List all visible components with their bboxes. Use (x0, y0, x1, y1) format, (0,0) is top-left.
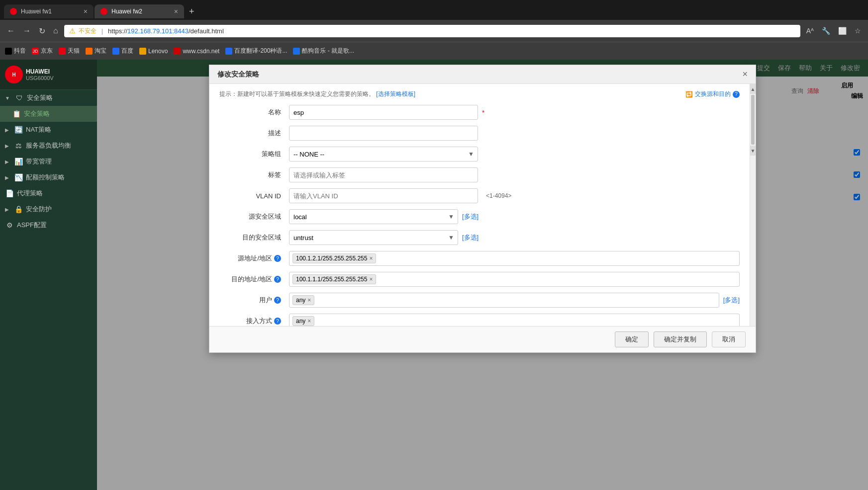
src-addr-help-icon[interactable]: ? (274, 255, 281, 262)
address-bar[interactable]: ⚠ 不安全 | https://192.168.79.101:8443/defa… (64, 25, 800, 37)
src-addr-tag-input[interactable]: 100.1.2.1/255.255.255.255 × (289, 251, 740, 266)
tab-fw1[interactable]: Huawei fw1 × (4, 4, 94, 18)
bookmark-icon-taobao (86, 48, 93, 55)
sidebar: H HUAWEI USG6000V ▼ 🛡 安全策略 📋 安全策略 ▶ 🔄 NA… (0, 60, 97, 490)
form-row-name: 名称 * (219, 104, 740, 120)
form-row-policy-group: 策略组 -- NONE -- ▼ (219, 146, 740, 162)
src-zone-select[interactable]: local untrust trust (289, 209, 458, 224)
sidebar-item-security-policy-group[interactable]: ▼ 🛡 安全策略 (0, 90, 97, 106)
bookmark-jd[interactable]: JD 京东 (32, 47, 53, 55)
bookmark-tianmao[interactable]: 天猫 (59, 47, 80, 55)
access-method-tag-remove[interactable]: × (307, 318, 311, 324)
sidebar-item-server-lb[interactable]: ▶ ⚖ 服务器负载均衡 (0, 138, 97, 154)
access-method-help-icon[interactable]: ? (274, 318, 281, 325)
scroll-down-button[interactable]: ▼ (750, 146, 756, 156)
dialog-scrollbar[interactable]: ▲ ▼ (750, 84, 756, 326)
hint-link[interactable]: [选择策略模板] (376, 90, 415, 97)
huawei-logo-text: H (12, 72, 15, 78)
dialog-overlay: 修改安全策略 × 提示：新建时可以基于策略模板来快速定义您需要的策略。 [选择策… (97, 60, 868, 490)
bookmark-baidufanyi[interactable]: 百度翻译-200种语... (225, 47, 287, 55)
split-view-button[interactable]: ⬜ (836, 25, 849, 37)
content-area: 当前用户： admin 提交 保存 帮助 关于 修改密 查询 清除 启用 编辑 (97, 60, 868, 490)
favorites-button[interactable]: ☆ (853, 25, 863, 37)
sidebar-label-quota: 配额控制策略 (26, 173, 65, 182)
dst-addr-tag-input[interactable]: 100.1.1.1/255.255.255.255 × (289, 272, 740, 287)
reader-mode-button[interactable]: Aᴬ (804, 25, 816, 37)
exchange-src-dst[interactable]: 🔁 交换源和目的 ? (685, 90, 740, 98)
bookmark-icon-tianmao (59, 48, 66, 55)
user-multi-select[interactable]: [多选] (723, 296, 740, 305)
name-input[interactable] (289, 105, 478, 120)
bookmark-taobao[interactable]: 淘宝 (86, 47, 106, 55)
sidebar-item-proxy[interactable]: 📄 代理策略 (0, 185, 97, 201)
home-button[interactable]: ⌂ (51, 24, 60, 37)
sidebar-item-bandwidth[interactable]: ▶ 📊 带宽管理 (0, 154, 97, 169)
sidebar-item-aspf[interactable]: ⚙ ASPF配置 (0, 217, 97, 233)
sidebar-item-security-policy[interactable]: 📋 安全策略 (0, 106, 97, 122)
tab-close-fw1[interactable]: × (84, 7, 88, 15)
vlan-input[interactable] (289, 188, 478, 203)
confirm-button[interactable]: 确定 (615, 331, 649, 347)
bookmark-label-csdn: www.csdn.net (183, 48, 219, 55)
dst-zone-select[interactable]: untrust local trust (289, 230, 458, 245)
sidebar-item-quota[interactable]: ▶ 📉 配额控制策略 (0, 169, 97, 185)
address-text: https://192.168.79.101:8443/default.html (108, 27, 224, 35)
browser-chrome: Huawei fw1 × Huawei fw2 × + ← → ↻ ⌂ ⚠ 不安… (0, 0, 868, 60)
dst-zone-multi-select[interactable]: [多选] (462, 233, 479, 242)
access-method-tag: any × (292, 316, 314, 326)
scroll-up-button[interactable]: ▲ (750, 84, 756, 94)
dst-addr-help-icon[interactable]: ? (274, 276, 281, 283)
bookmark-csdn[interactable]: www.csdn.net (174, 48, 219, 55)
form-row-src-zone: 源安全区域 local untrust trust ▼ (219, 209, 740, 225)
back-button[interactable]: ← (5, 24, 17, 37)
bookmark-icon-lenovo (139, 48, 146, 55)
src-addr-field: 100.1.2.1/255.255.255.255 × (289, 251, 740, 266)
src-addr-tag-label: 100.1.2.1/255.255.255.255 (296, 255, 367, 262)
sidebar-item-security-protect[interactable]: ▶ 🔒 安全防护 (0, 201, 97, 217)
sidebar-label-protect: 安全防护 (26, 205, 52, 214)
extensions-button[interactable]: 🔧 (820, 25, 832, 37)
dialog-header: 修改安全策略 × (209, 65, 756, 84)
user-tag-input[interactable]: any × (289, 293, 719, 308)
form-row-src-addr: 源地址/地区 ? 100.1.2.1/255.255.255.255 × (219, 250, 740, 266)
exchange-help-icon[interactable]: ? (733, 91, 740, 98)
form-row-vlan: VLAN ID <1-4094> (219, 188, 740, 204)
sidebar-label-bandwidth: 带宽管理 (26, 157, 52, 166)
bookmark-label-tianmao: 天猫 (68, 47, 80, 55)
expand-icon-security: ▼ (5, 95, 10, 101)
scroll-thumb[interactable] (751, 95, 755, 145)
new-tab-button[interactable]: + (189, 6, 194, 17)
policy-group-select[interactable]: -- NONE -- (289, 147, 478, 162)
bookmark-baidu[interactable]: 百度 (112, 47, 133, 55)
dialog-title: 修改安全策略 (217, 70, 259, 79)
tag-input[interactable] (289, 167, 478, 182)
confirm-copy-button[interactable]: 确定并复制 (654, 331, 707, 347)
access-method-tag-input[interactable]: any × (289, 314, 740, 326)
dst-addr-tag-remove[interactable]: × (369, 276, 373, 282)
expand-icon-protect: ▶ (5, 207, 9, 212)
sidebar-label-nat: NAT策略 (26, 125, 51, 134)
sidebar-icon-security: 🛡 (15, 93, 24, 102)
desc-input[interactable] (289, 126, 478, 141)
forward-button[interactable]: → (21, 24, 33, 37)
separator: | (101, 27, 103, 35)
dialog-close-button[interactable]: × (742, 69, 748, 80)
sidebar-item-nat[interactable]: ▶ 🔄 NAT策略 (0, 122, 97, 138)
bookmark-label-taobao: 淘宝 (95, 47, 106, 55)
dst-zone-field: untrust local trust ▼ [多选] (289, 230, 740, 245)
tab-fw2[interactable]: Huawei fw2 × (95, 4, 184, 18)
bookmark-douyin[interactable]: 抖音 (5, 47, 26, 55)
tag-field (289, 167, 740, 182)
bookmark-lenovo[interactable]: Lenovo (139, 48, 168, 55)
src-zone-multi-select[interactable]: [多选] (462, 212, 479, 221)
bookmark-kugou[interactable]: 酷狗音乐 - 就是歌... (293, 47, 354, 55)
bookmarks-bar: 抖音 JD 京东 天猫 淘宝 百度 Lenovo www.csdn.net 百度 (0, 42, 868, 60)
user-help-icon[interactable]: ? (274, 297, 281, 304)
tab-close-fw2[interactable]: × (174, 7, 178, 15)
src-addr-tag-remove[interactable]: × (369, 255, 373, 261)
cancel-button[interactable]: 取消 (712, 331, 746, 347)
warning-icon: ⚠ (69, 27, 76, 35)
refresh-button[interactable]: ↻ (37, 24, 47, 38)
tab-icon-fw1 (10, 8, 17, 15)
user-tag-remove[interactable]: × (307, 297, 311, 303)
